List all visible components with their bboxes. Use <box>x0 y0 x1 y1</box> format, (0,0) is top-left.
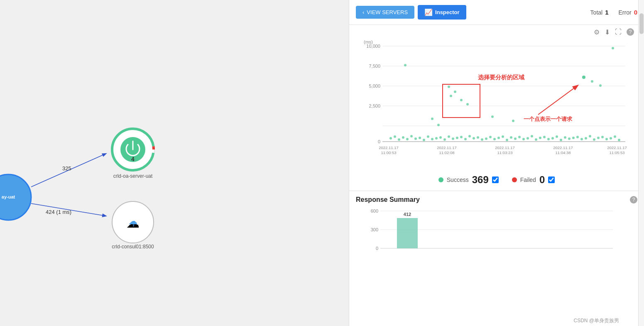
svg-point-62 <box>473 137 475 140</box>
svg-point-51 <box>427 135 429 138</box>
svg-point-97 <box>618 139 620 141</box>
network-svg: ay-uat 325 424 (1 ms) 4 crld-oa-server-u… <box>0 0 349 326</box>
svg-point-53 <box>435 137 438 140</box>
svg-point-98 <box>404 64 406 66</box>
success-label: Success <box>447 176 469 183</box>
svg-text:0: 0 <box>378 139 380 144</box>
svg-point-54 <box>439 136 442 139</box>
scrollbar-thumb[interactable] <box>639 13 644 34</box>
svg-point-88 <box>580 138 583 140</box>
svg-point-108 <box>582 76 585 79</box>
svg-point-73 <box>518 136 521 138</box>
svg-point-77 <box>535 138 537 141</box>
svg-point-74 <box>522 138 525 140</box>
svg-text:选择要分析的区域: 选择要分析的区域 <box>478 74 525 81</box>
inspector-button[interactable]: 📈 Inspector <box>418 5 466 20</box>
success-count: 369 <box>472 174 489 186</box>
svg-point-84 <box>564 136 566 139</box>
svg-text:412: 412 <box>404 212 411 217</box>
failed-label: Failed <box>520 176 536 183</box>
success-dot <box>438 177 443 182</box>
svg-point-87 <box>576 136 579 138</box>
svg-text:2022.11.17: 2022.11.17 <box>495 145 515 150</box>
svg-text:0: 0 <box>376 246 378 251</box>
svg-point-79 <box>543 136 546 138</box>
svg-point-104 <box>431 118 433 120</box>
svg-point-66 <box>489 136 492 138</box>
svg-point-101 <box>460 99 463 101</box>
response-summary-header: Response Summary ? <box>356 196 637 203</box>
svg-text:300: 300 <box>371 227 378 232</box>
success-checkbox[interactable] <box>492 176 499 183</box>
scrollbar[interactable] <box>638 0 644 326</box>
failed-legend: Failed 0 <box>512 174 555 186</box>
svg-point-100 <box>454 91 456 93</box>
failed-checkbox[interactable] <box>548 176 555 183</box>
toolbar: ‹ VIEW SERVERS 📈 Inspector Total 1 Error… <box>349 0 644 25</box>
svg-text:一个点表示一个请求: 一个点表示一个请求 <box>524 116 573 122</box>
svg-text:ay-uat: ay-uat <box>2 194 15 199</box>
error-value: 0 <box>634 9 637 16</box>
svg-text:325: 325 <box>62 165 71 172</box>
svg-rect-0 <box>0 0 349 326</box>
chart-toolbar: ⚙ ⬇ ⛶ ? <box>349 25 644 38</box>
svg-rect-123 <box>397 218 418 248</box>
svg-point-48 <box>414 137 417 140</box>
svg-point-76 <box>531 135 533 137</box>
svg-text:5,000: 5,000 <box>369 83 380 88</box>
svg-point-102 <box>466 103 469 105</box>
view-servers-button[interactable]: ‹ VIEW SERVERS <box>356 6 414 19</box>
gear-icon[interactable]: ⚙ <box>594 28 600 36</box>
svg-point-96 <box>614 135 616 138</box>
svg-text:crld-oa-server-uat: crld-oa-server-uat <box>113 173 153 179</box>
svg-point-58 <box>456 137 458 139</box>
svg-point-110 <box>599 84 602 87</box>
failed-dot <box>512 177 517 182</box>
svg-point-57 <box>452 137 454 140</box>
response-summary-section: Response Summary ? 600 300 0 412 <box>349 191 644 326</box>
response-help-icon[interactable]: ? <box>630 196 637 203</box>
svg-text:11:03:23: 11:03:23 <box>497 150 513 155</box>
svg-point-70 <box>506 139 508 141</box>
expand-icon[interactable]: ⛶ <box>615 28 622 36</box>
svg-text:11:05:53: 11:05:53 <box>610 150 625 155</box>
svg-point-55 <box>443 138 446 141</box>
watermark: CSDN @单身贵族男 <box>573 317 619 324</box>
svg-point-44 <box>398 138 400 141</box>
svg-text:2022.11.17: 2022.11.17 <box>553 145 573 150</box>
success-legend: Success 369 <box>438 174 499 186</box>
svg-point-61 <box>468 135 471 137</box>
svg-text:7,500: 7,500 <box>369 64 380 69</box>
chevron-left-icon: ‹ <box>362 9 364 15</box>
svg-point-106 <box>491 115 494 118</box>
svg-point-68 <box>497 137 500 139</box>
svg-text:11:02:08: 11:02:08 <box>439 150 455 155</box>
total-stat: Total 1 <box>590 9 609 16</box>
network-diagram-panel: ay-uat 325 424 (1 ms) 4 crld-oa-server-u… <box>0 0 349 326</box>
toolbar-stats: Total 1 Error 0 <box>590 9 637 16</box>
inspector-label: Inspector <box>435 9 460 15</box>
svg-point-94 <box>605 138 608 140</box>
svg-text:crld-consul01:8500: crld-consul01:8500 <box>112 244 154 250</box>
svg-point-86 <box>572 137 575 139</box>
svg-point-93 <box>601 136 604 138</box>
svg-point-59 <box>460 136 463 138</box>
right-panel: ‹ VIEW SERVERS 📈 Inspector Total 1 Error… <box>349 0 644 326</box>
chart-legend: Success 369 Failed 0 <box>349 171 644 191</box>
error-label: Error <box>619 9 632 16</box>
svg-point-46 <box>406 138 409 140</box>
svg-text:2,500: 2,500 <box>369 103 380 108</box>
svg-point-92 <box>597 137 600 139</box>
svg-point-99 <box>448 86 450 88</box>
svg-point-103 <box>450 95 452 97</box>
svg-point-83 <box>560 139 562 141</box>
chart-svg: (ms) 10,000 7,500 5,000 2,500 0 2022.11.… <box>356 38 637 171</box>
bar-chart-svg: 600 300 0 412 <box>356 207 637 261</box>
svg-point-69 <box>502 135 504 138</box>
help-icon[interactable]: ? <box>627 28 634 36</box>
download-icon[interactable]: ⬇ <box>605 28 610 36</box>
svg-point-71 <box>510 136 512 139</box>
failed-count: 0 <box>539 174 545 186</box>
svg-text:11:04:38: 11:04:38 <box>556 150 571 155</box>
svg-point-47 <box>410 135 413 137</box>
